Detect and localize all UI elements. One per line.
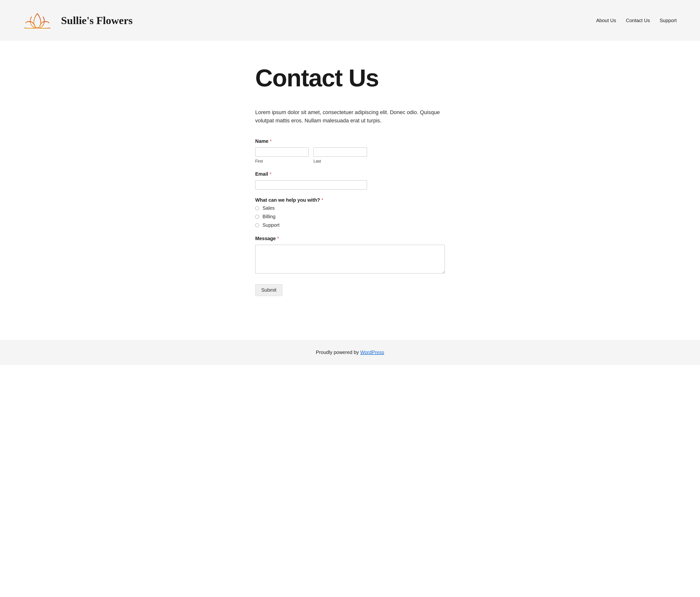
message-input[interactable]: [255, 245, 445, 273]
radio-billing-label[interactable]: Billing: [262, 214, 275, 219]
first-sublabel: First: [255, 159, 309, 164]
email-label: Email *: [255, 171, 445, 177]
radio-option-support: Support: [255, 222, 445, 228]
name-label-text: Name: [255, 138, 268, 144]
name-row: First Last: [255, 147, 367, 164]
nav-item-about[interactable]: About Us: [596, 18, 616, 23]
footer-wordpress-link[interactable]: WordPress: [360, 350, 384, 355]
site-footer: Proudly powered by WordPress: [0, 340, 700, 365]
radio-option-billing: Billing: [255, 214, 445, 219]
first-name-input[interactable]: [255, 147, 309, 157]
radio-billing[interactable]: [255, 215, 259, 219]
required-marker: *: [321, 197, 323, 202]
last-name-col: Last: [314, 147, 367, 164]
submit-button[interactable]: Submit: [255, 284, 282, 296]
topic-label-text: What can we help you with?: [255, 197, 320, 202]
message-label: Message *: [255, 236, 445, 241]
main-nav: About Us Contact Us Support: [596, 18, 677, 23]
topic-label: What can we help you with? *: [255, 197, 445, 203]
radio-sales[interactable]: [255, 206, 259, 210]
lotus-icon: [23, 12, 51, 29]
brand-name[interactable]: Sullie's Flowers: [61, 14, 133, 27]
message-group: Message *: [255, 236, 445, 274]
email-input[interactable]: [255, 180, 367, 190]
radio-sales-label[interactable]: Sales: [262, 205, 275, 211]
last-name-input[interactable]: [314, 147, 367, 157]
first-name-col: First: [255, 147, 309, 164]
site-header: Sullie's Flowers About Us Contact Us Sup…: [0, 0, 700, 41]
radio-option-sales: Sales: [255, 205, 445, 211]
radio-support[interactable]: [255, 223, 259, 227]
radio-support-label[interactable]: Support: [262, 222, 279, 228]
name-group: Name * First Last: [255, 138, 367, 164]
message-label-text: Message: [255, 236, 276, 241]
email-group: Email *: [255, 171, 445, 190]
required-marker: *: [270, 138, 272, 144]
topic-group: What can we help you with? * Sales Billi…: [255, 197, 445, 228]
brand: Sullie's Flowers: [23, 12, 133, 29]
required-marker: *: [277, 236, 279, 241]
nav-item-contact[interactable]: Contact Us: [626, 18, 650, 23]
email-label-text: Email: [255, 171, 268, 176]
name-label: Name *: [255, 138, 367, 144]
main-content: Contact Us Lorem ipsum dolor sit amet, c…: [255, 41, 445, 340]
last-sublabel: Last: [314, 159, 367, 164]
required-marker: *: [270, 171, 272, 176]
intro-text: Lorem ipsum dolor sit amet, consectetuer…: [255, 108, 445, 125]
footer-prefix: Proudly powered by: [316, 350, 360, 355]
contact-form: Name * First Last Email *: [255, 138, 445, 296]
nav-item-support[interactable]: Support: [660, 18, 677, 23]
page-title: Contact Us: [255, 65, 445, 91]
